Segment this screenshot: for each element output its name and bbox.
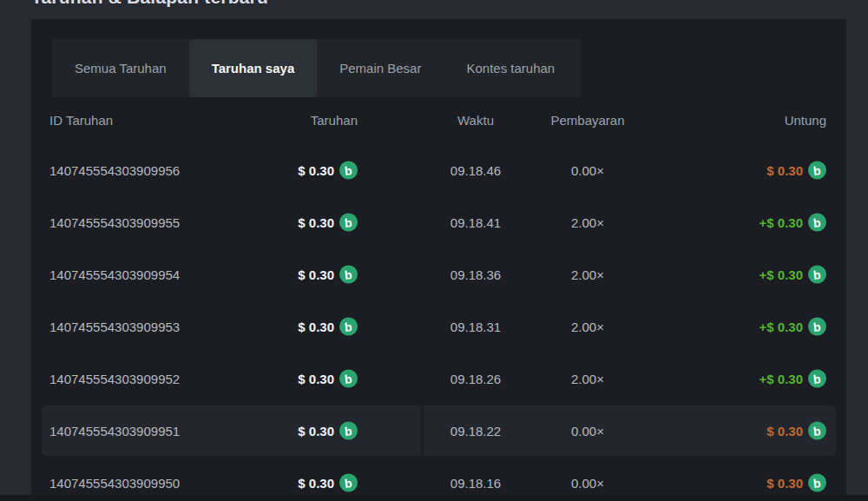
coin-glyph: b: [813, 216, 822, 229]
table-row[interactable]: 140745554303909953$ 0.30b09.18.312.00×+$…: [31, 300, 846, 353]
bet-amount-cell: $ 0.30b: [298, 474, 358, 492]
bet-profit: $ 0.30: [766, 163, 803, 178]
bet-time: 09.18.16: [413, 476, 538, 491]
tab-pemain-besar[interactable]: Pemain Besar: [317, 39, 444, 97]
table-row[interactable]: 140745554303909954$ 0.30b09.18.362.00×+$…: [31, 248, 846, 300]
table-row[interactable]: 140745554303909955$ 0.30b09.18.412.00×+$…: [31, 196, 846, 248]
bet-profit-cell: +$ 0.30b: [760, 318, 826, 336]
coin-icon: b: [339, 214, 358, 232]
bet-id: 140745554303909953: [49, 320, 180, 334]
bet-time: 09.18.31: [413, 320, 538, 334]
tab-semua-taruhan[interactable]: Semua Taruhan: [52, 39, 189, 97]
tab-taruhan-saya[interactable]: Taruhan saya: [189, 39, 318, 97]
column-header-time: Waktu: [413, 113, 538, 128]
coin-glyph: b: [345, 216, 353, 229]
coin-glyph: b: [813, 320, 822, 333]
bet-payout: 2.00×: [525, 267, 650, 282]
bet-amount: $ 0.30: [298, 320, 334, 334]
bet-profit: +$ 0.30: [760, 267, 803, 282]
coin-icon: b: [339, 162, 358, 180]
bet-profit: +$ 0.30: [760, 215, 803, 230]
bet-profit-cell: $ 0.30b: [766, 162, 826, 180]
bet-time: 09.18.22: [413, 424, 538, 438]
bet-profit-cell: +$ 0.30b: [760, 266, 826, 284]
coin-icon: b: [339, 474, 358, 492]
bet-profit: $ 0.30: [766, 476, 803, 491]
bet-amount: $ 0.30: [298, 424, 334, 438]
coin-glyph: b: [813, 372, 822, 386]
table-row[interactable]: 140745554303909950$ 0.30b09.18.160.00×$ …: [31, 457, 846, 495]
tab-bar: Semua TaruhanTaruhan sayaPemain BesarKon…: [52, 39, 582, 97]
coin-glyph: b: [345, 425, 353, 438]
bet-amount-cell: $ 0.30b: [298, 162, 358, 180]
bet-id: 140745554303909950: [49, 476, 180, 491]
bet-amount-cell: $ 0.30b: [298, 370, 358, 388]
bet-payout: 0.00×: [525, 163, 650, 178]
coin-glyph: b: [345, 477, 353, 490]
bet-profit-cell: +$ 0.30b: [760, 214, 826, 232]
bet-payout: 2.00×: [525, 320, 650, 334]
bet-profit-cell: $ 0.30b: [766, 474, 826, 492]
coin-glyph: b: [813, 477, 822, 490]
bet-payout: 0.00×: [525, 476, 650, 491]
coin-glyph: b: [813, 164, 822, 177]
table-row[interactable]: 140745554303909952$ 0.30b09.18.262.00×+$…: [31, 353, 846, 405]
coin-icon: b: [808, 370, 826, 388]
bet-profit-cell: $ 0.30b: [766, 422, 826, 440]
bet-amount-cell: $ 0.30b: [298, 422, 358, 440]
coin-icon: b: [808, 214, 826, 232]
bet-profit: $ 0.30: [766, 424, 803, 438]
bet-id: 140745554303909954: [49, 267, 180, 282]
table-row[interactable]: 140745554303909951$ 0.30b09.18.220.00×$ …: [31, 405, 846, 457]
coin-icon: b: [339, 370, 358, 388]
table-row[interactable]: 140745554303909956$ 0.30b09.18.460.00×$ …: [31, 144, 846, 196]
bet-amount: $ 0.30: [298, 163, 334, 178]
column-header-bet: Taruhan: [311, 113, 358, 128]
coin-glyph: b: [345, 320, 353, 333]
bet-amount-cell: $ 0.30b: [298, 214, 358, 232]
bet-time: 09.18.36: [413, 267, 538, 282]
coin-icon: b: [808, 162, 826, 180]
column-header-payout: Pembayaran: [525, 113, 650, 128]
column-header-id: ID Taruhan: [49, 113, 113, 128]
bet-amount-cell: $ 0.30b: [298, 266, 358, 284]
bet-payout: 2.00×: [525, 215, 650, 230]
coin-glyph: b: [813, 425, 822, 438]
page-title: Taruhan & Balapan terbaru: [31, 0, 268, 8]
coin-icon: b: [339, 266, 358, 284]
bet-amount-cell: $ 0.30b: [298, 318, 358, 336]
bet-amount: $ 0.30: [298, 215, 334, 230]
column-header-profit: Untung: [785, 113, 826, 128]
coin-icon: b: [808, 474, 826, 492]
bet-profit: +$ 0.30: [760, 372, 803, 386]
bet-amount: $ 0.30: [298, 476, 334, 491]
bet-id: 140745554303909955: [49, 215, 180, 230]
bet-time: 09.18.26: [413, 372, 538, 386]
coin-icon: b: [339, 318, 358, 336]
coin-icon: b: [808, 318, 826, 336]
bet-profit: +$ 0.30: [760, 320, 803, 334]
coin-icon: b: [339, 422, 358, 440]
table-header-row: ID Taruhan Taruhan Waktu Pembayaran Untu…: [31, 102, 846, 137]
bet-id: 140745554303909956: [49, 163, 180, 178]
bet-id: 140745554303909952: [49, 372, 180, 386]
bet-amount: $ 0.30: [298, 267, 334, 282]
bet-id: 140745554303909951: [49, 424, 180, 438]
bet-payout: 2.00×: [525, 372, 650, 386]
coin-glyph: b: [345, 372, 353, 386]
bottom-divider: [0, 495, 868, 501]
bet-time: 09.18.41: [413, 215, 538, 230]
bet-amount: $ 0.30: [298, 372, 334, 386]
coin-icon: b: [808, 422, 826, 440]
bet-profit-cell: +$ 0.30b: [760, 370, 826, 388]
coin-glyph: b: [813, 268, 822, 281]
bet-payout: 0.00×: [525, 424, 650, 438]
tab-kontes-taruhan[interactable]: Kontes taruhan: [444, 39, 577, 97]
coin-icon: b: [808, 266, 826, 284]
bet-time: 09.18.46: [413, 163, 538, 178]
table-body: 140745554303909956$ 0.30b09.18.460.00×$ …: [31, 144, 846, 495]
bets-panel: Semua TaruhanTaruhan sayaPemain BesarKon…: [31, 19, 846, 495]
coin-glyph: b: [345, 164, 353, 177]
coin-glyph: b: [345, 268, 353, 281]
